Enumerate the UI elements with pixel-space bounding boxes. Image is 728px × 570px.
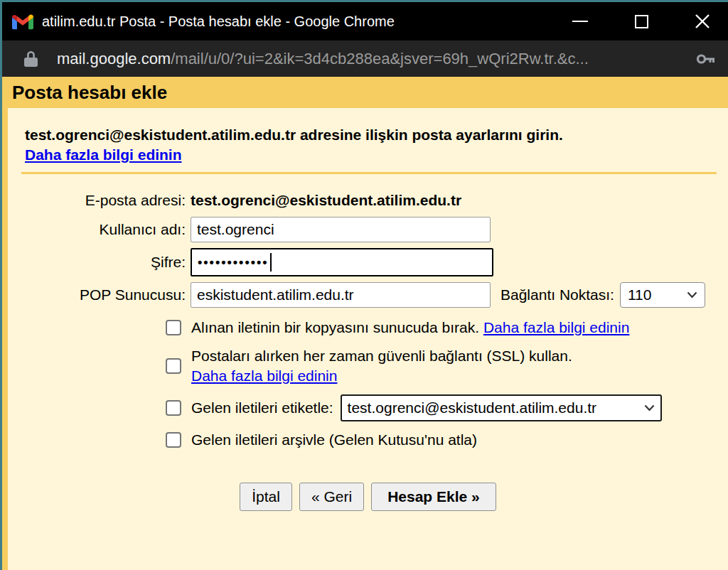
text-caret [270,253,272,271]
gmail-logo-icon [12,13,33,30]
label-incoming-label: Gelen iletileri etiketle: [191,398,333,418]
pop-server-input[interactable] [191,282,491,308]
page-content: test.ogrenci@eskistudent.atilim.edu.tr a… [2,108,728,570]
ssl-row: Postaları alırken her zaman güvenli bağl… [166,346,728,386]
username-label: Kullanıcı adı: [8,221,191,238]
label-selected-value: test.ogrenci@eskistudent.atilim.edu.tr [348,399,596,416]
archive-row: Gelen iletileri arşivle (Gelen Kutusu'nu… [166,430,728,450]
ssl-learn-more-link[interactable]: Daha fazla bilgi edinin [191,367,337,384]
browser-window: atilim.edu.tr Posta - Posta hesabı ekle … [0,0,728,570]
ssl-checkbox[interactable] [166,358,181,374]
chevron-down-icon [687,291,697,299]
ssl-label-text: Postaları alırken her zaman güvenli bağl… [191,348,572,364]
intro-text: test.ogrenci@eskistudent.atilim.edu.tr a… [25,125,717,165]
leave-copy-label-text: Alınan iletinin bir kopyasını sunucuda b… [191,319,479,335]
port-select[interactable]: 110 [620,282,705,308]
back-button[interactable]: « Geri [299,483,364,511]
email-label: E-posta adresi: [8,192,191,209]
cancel-button[interactable]: İptal [240,483,292,511]
add-account-button[interactable]: Hesap Ekle » [371,483,496,511]
minimize-icon [572,21,588,22]
pop-server-label: POP Sunucusu: [8,286,191,303]
email-value: test.ogrenci@eskistudent.atilim.edu.tr [191,192,461,209]
leave-copy-label: Alınan iletinin bir kopyasını sunucuda b… [191,318,629,338]
username-input[interactable] [191,217,491,242]
close-icon [695,14,710,29]
separator [21,172,717,174]
email-row: E-posta adresi: test.ogrenci@eskistudent… [8,190,728,211]
window-controls [570,11,712,31]
key-icon[interactable] [697,52,715,66]
page-title: Posta hesabı ekle [2,77,728,108]
window-title: atilim.edu.tr Posta - Posta hesabı ekle … [42,14,570,30]
password-masked-value: •••••••••••• [198,256,269,269]
button-row: İptal « Geri Hesap Ekle » [8,483,728,511]
minimize-button[interactable] [570,11,590,31]
title-bar: atilim.edu.tr Posta - Posta hesabı ekle … [2,2,728,41]
archive-label: Gelen iletileri arşivle (Gelen Kutusu'nu… [191,430,477,450]
leave-copy-checkbox[interactable] [166,320,181,335]
address-bar[interactable]: mail.google.com/mail/u/0/?ui=2&ik=3d4cb2… [2,41,728,77]
maximize-button[interactable] [631,11,651,31]
password-input[interactable]: •••••••••••• [191,248,493,276]
username-row: Kullanıcı adı: [8,217,728,242]
leave-copy-row: Alınan iletinin bir kopyasını sunucuda b… [166,318,728,338]
url-domain: mail.google.com [57,50,171,68]
url-path: /mail/u/0/?ui=2&ik=3d4cb288ea&jsver=69h_… [171,50,589,68]
password-label: Şifre: [8,254,191,271]
chevron-down-icon [644,404,655,412]
label-incoming-checkbox[interactable] [166,400,181,416]
label-select[interactable]: test.ogrenci@eskistudent.atilim.edu.tr [341,394,662,421]
label-incoming-row: Gelen iletileri etiketle: test.ogrenci@e… [166,394,728,421]
password-row: Şifre: •••••••••••• [8,248,728,276]
archive-checkbox[interactable] [166,432,181,448]
leave-copy-learn-more-link[interactable]: Daha fazla bilgi edinin [483,319,629,335]
ssl-label: Postaları alırken her zaman güvenli bağl… [191,346,572,386]
port-selected-value: 110 [628,286,651,303]
learn-more-link[interactable]: Daha fazla bilgi edinin [25,146,182,163]
url-text[interactable]: mail.google.com/mail/u/0/?ui=2&ik=3d4cb2… [57,50,688,68]
port-label: Bağlantı Noktası: [500,286,614,303]
lock-icon[interactable] [23,50,38,68]
close-button[interactable] [692,11,712,31]
pop-server-row: POP Sunucusu: Bağlantı Noktası: 110 [8,282,728,308]
maximize-icon [635,15,648,28]
intro-message: test.ogrenci@eskistudent.atilim.edu.tr a… [25,127,563,143]
